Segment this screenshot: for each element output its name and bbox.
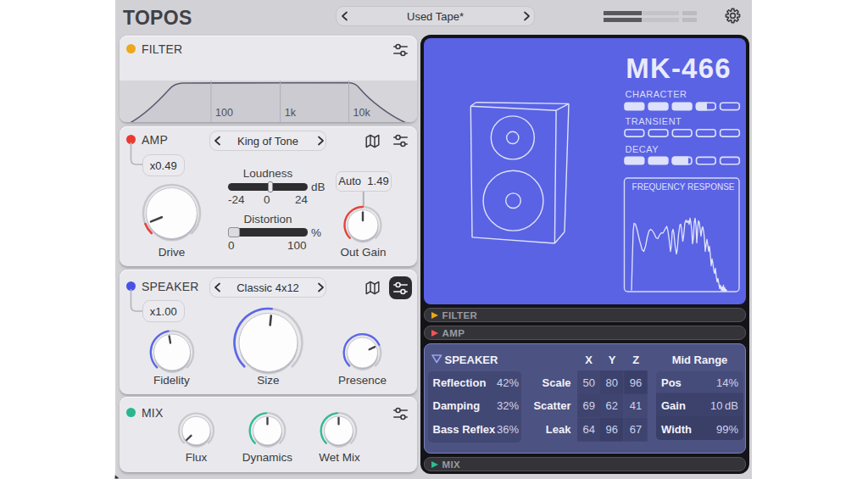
- svg-text:Pos: Pos: [661, 376, 682, 388]
- svg-text:Leak: Leak: [545, 423, 570, 436]
- svg-text:62: 62: [605, 399, 617, 412]
- svg-text:CHARACTER: CHARACTER: [625, 89, 687, 99]
- svg-text:32%: 32%: [496, 399, 518, 412]
- svg-text:14%: 14%: [715, 376, 737, 388]
- svg-text:Bass Reflex: Bass Reflex: [432, 423, 495, 436]
- svg-text:SPEAKER: SPEAKER: [444, 353, 498, 365]
- svg-text:64: 64: [582, 423, 594, 436]
- svg-text:Scatter: Scatter: [533, 399, 570, 412]
- svg-text:Reflection: Reflection: [432, 376, 486, 388]
- svg-text:96: 96: [605, 423, 617, 436]
- svg-text:41: 41: [629, 399, 641, 412]
- svg-text:TRANSIENT: TRANSIENT: [625, 116, 682, 126]
- svg-text:MK-466: MK-466: [626, 53, 732, 84]
- svg-text:10 dB: 10 dB: [710, 399, 738, 412]
- svg-text:Z: Z: [632, 353, 639, 365]
- svg-text:50: 50: [582, 376, 594, 388]
- svg-text:80: 80: [605, 376, 617, 388]
- svg-text:DECAY: DECAY: [625, 144, 659, 154]
- svg-text:FREQUENCY RESPONSE: FREQUENCY RESPONSE: [632, 181, 734, 191]
- svg-text:100: 100: [215, 107, 233, 119]
- svg-text:96: 96: [629, 376, 641, 388]
- svg-text:42%: 42%: [496, 376, 518, 388]
- svg-text:10k: 10k: [353, 107, 371, 119]
- svg-text:X: X: [585, 353, 593, 365]
- svg-text:Width: Width: [661, 423, 692, 436]
- svg-text:Gain: Gain: [661, 399, 686, 412]
- svg-text:Y: Y: [608, 353, 615, 365]
- svg-text:69: 69: [582, 399, 594, 412]
- svg-text:36%: 36%: [496, 423, 518, 436]
- svg-text:Mid Range: Mid Range: [671, 353, 727, 365]
- svg-text:99%: 99%: [715, 423, 737, 436]
- svg-text:1k: 1k: [285, 107, 297, 119]
- svg-text:Scale: Scale: [542, 376, 570, 388]
- svg-text:Damping: Damping: [432, 399, 480, 412]
- svg-text:67: 67: [629, 423, 641, 436]
